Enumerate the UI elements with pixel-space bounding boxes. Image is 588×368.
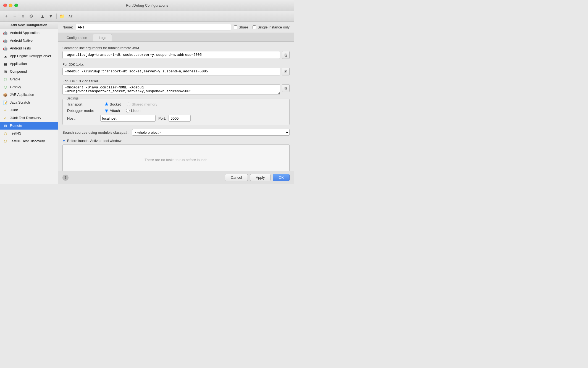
compound-icon: ⊞	[3, 69, 8, 74]
help-button[interactable]: ?	[62, 175, 69, 181]
settings-title: Settings	[65, 96, 80, 100]
copy-config-button[interactable]: ⊕	[19, 13, 27, 20]
debugger-attach-option[interactable]: Attach	[105, 109, 120, 113]
debugger-listen-radio[interactable]	[126, 109, 130, 112]
sidebar-item-gradle[interactable]: ⬡ Gradle	[0, 75, 58, 83]
move-up-button[interactable]: ▲	[39, 13, 46, 20]
folder-button[interactable]: 📁	[59, 13, 66, 20]
share-checkbox-label[interactable]: Share	[234, 25, 248, 29]
sort-button[interactable]: AZ	[67, 13, 74, 20]
before-launch-label: Before launch: Activate tool window	[67, 139, 122, 143]
close-button[interactable]	[3, 4, 7, 7]
jdk14-group: For JDK 1.4.x ⎘	[62, 63, 290, 75]
ok-button[interactable]: OK	[273, 174, 290, 181]
settings-button[interactable]: ⚙	[28, 13, 35, 20]
port-input[interactable]	[169, 115, 191, 122]
sidebar-item-label: Gradle	[10, 77, 20, 81]
sidebar-item-compound[interactable]: ⊞ Compound	[0, 68, 58, 75]
transport-shared-radio[interactable]	[127, 102, 130, 106]
sidebar-item-android-native[interactable]: 🤖 Android Native	[0, 37, 58, 44]
sidebar-item-junit[interactable]: ✓ JUnit	[0, 106, 58, 114]
add-button[interactable]: +	[3, 13, 10, 20]
sidebar-item-label: Compound	[10, 70, 27, 73]
move-down-button[interactable]: ▼	[47, 13, 54, 20]
remote-icon: 🖥	[3, 123, 8, 128]
sidebar-item-android-tests[interactable]: 🤖 Android Tests	[0, 44, 58, 52]
copy-jdk13-button[interactable]: ⎘	[282, 84, 290, 92]
debugger-attach-label: Attach	[110, 109, 120, 113]
transport-socket-option[interactable]: Socket	[105, 102, 121, 106]
panel-content: Command line arguments for running remot…	[58, 42, 294, 171]
transport-socket-radio[interactable]	[105, 102, 108, 106]
command-line-group: Command line arguments for running remot…	[62, 46, 290, 59]
copy-jdk14-button[interactable]: ⎘	[282, 68, 290, 75]
port-label: Port:	[158, 116, 166, 120]
before-launch-header: ▼ Before launch: Activate tool window	[62, 139, 290, 143]
transport-shared-label: Shared memory	[132, 102, 157, 106]
share-label: Share	[239, 25, 248, 29]
sidebar-item-label: JUnit	[10, 108, 18, 112]
right-panel: Name: Share Single instance only	[58, 22, 294, 184]
jdk13-group: For JDK 1.3.x or earlier ⎘	[62, 79, 290, 95]
sidebar-item-label: TestNG	[10, 132, 22, 135]
java-scratch-icon: 📝	[3, 100, 8, 105]
sidebar-item-remote[interactable]: 🖥 Remote	[0, 122, 58, 130]
sidebar-item-java-scratch[interactable]: 📝 Java Scratch	[0, 99, 58, 106]
junit-discovery-icon: ✓	[3, 115, 8, 120]
collapse-button[interactable]: ▼	[62, 139, 65, 143]
groovy-icon: ⬡	[3, 85, 8, 90]
single-instance-checkbox-label[interactable]: Single instance only	[253, 25, 290, 29]
jdk13-label: For JDK 1.3.x or earlier	[62, 79, 290, 83]
sidebar-item-testng-test-discovery[interactable]: ⬡ TestNG Test Discovery	[0, 137, 58, 145]
apply-button[interactable]: Apply	[250, 174, 271, 181]
share-checkbox[interactable]	[234, 25, 237, 29]
maximize-button[interactable]	[14, 4, 18, 7]
sidebar-item-label: JAR Application	[10, 93, 34, 97]
sidebar-header: Add New Configuration	[0, 22, 58, 29]
sidebar-item-label: Java Scratch	[10, 101, 30, 104]
jdk14-input[interactable]	[62, 68, 280, 75]
testng-icon: ⬡	[3, 131, 8, 136]
classpath-label: Search sources using module's classpath:	[62, 130, 129, 135]
minimize-button[interactable]	[9, 4, 12, 7]
sidebar-item-label: JUnit Test Discovery	[10, 116, 41, 120]
testng-discovery-icon: ⬡	[3, 139, 8, 144]
host-input[interactable]	[100, 115, 156, 122]
name-checkboxes: Share Single instance only	[234, 25, 290, 29]
window-title: Run/Debug Configurations	[126, 3, 168, 7]
settings-group: Settings Transport: Socket Shared memory	[62, 99, 290, 125]
sidebar-item-label: Groovy	[10, 85, 21, 89]
classpath-select[interactable]: <whole project>	[132, 129, 290, 136]
single-instance-checkbox[interactable]	[253, 25, 256, 29]
sidebar-item-label: TestNG Test Discovery	[10, 139, 45, 143]
sidebar-item-android-application[interactable]: 🤖 Android Application	[0, 29, 58, 37]
debugger-attach-radio[interactable]	[105, 109, 108, 112]
separator	[37, 14, 37, 19]
tab-logs[interactable]: Logs	[93, 34, 112, 41]
sidebar-item-jar-application[interactable]: 📦 JAR Application	[0, 91, 58, 99]
sidebar-item-label: Remote	[10, 124, 22, 128]
gradle-icon: ⬡	[3, 77, 8, 82]
sidebar-item-junit-test-discovery[interactable]: ✓ JUnit Test Discovery	[0, 114, 58, 122]
transport-shared-option[interactable]: Shared memory	[127, 102, 157, 106]
debugger-listen-option[interactable]: Listen	[126, 109, 141, 113]
bottom-bar: ? Cancel Apply OK	[58, 171, 294, 184]
sidebar-item-app-engine[interactable]: ☁ App Engine DevAppServer	[0, 52, 58, 60]
name-input[interactable]	[76, 24, 231, 30]
sidebar-item-label: App Engine DevAppServer	[10, 54, 51, 58]
copy-command-button[interactable]: ⎘	[282, 51, 290, 59]
application-icon: ▦	[3, 61, 8, 66]
tab-configuration[interactable]: Configuration	[61, 34, 93, 41]
command-line-label: Command line arguments for running remot…	[62, 46, 290, 50]
remove-button[interactable]: −	[11, 13, 18, 20]
tabs-bar: Configuration Logs	[58, 33, 294, 42]
sidebar-item-testng[interactable]: ⬡ TestNG	[0, 130, 58, 137]
command-line-input[interactable]	[62, 51, 280, 59]
sidebar-item-label: Application	[10, 62, 27, 66]
classpath-row: Search sources using module's classpath:…	[62, 129, 290, 136]
sidebar-item-application[interactable]: ▦ Application	[0, 60, 58, 68]
cancel-button[interactable]: Cancel	[225, 174, 248, 181]
jdk13-input[interactable]	[62, 84, 280, 95]
sidebar-item-groovy[interactable]: ⬡ Groovy	[0, 83, 58, 91]
single-instance-label: Single instance only	[258, 25, 290, 29]
